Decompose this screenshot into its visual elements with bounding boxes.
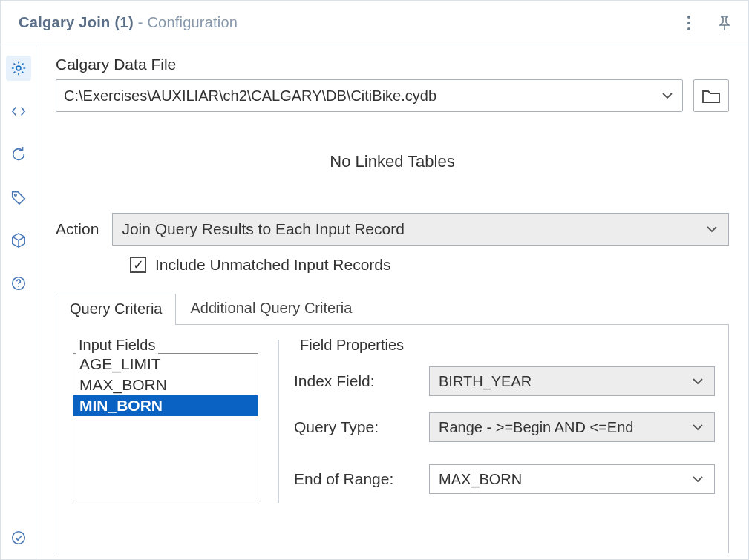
action-label: Action xyxy=(56,220,99,238)
svg-point-2 xyxy=(687,27,690,30)
panel-subtitle: - Configuration xyxy=(138,14,238,31)
end-of-range-value: MAX_BORN xyxy=(439,471,522,488)
input-fields-group: Input Fields AGE_LIMIT MAX_BORN MIN_BORN xyxy=(73,338,273,550)
file-path-value: C:\Exercises\AUXILIAR\ch2\CALGARY\DB\Cit… xyxy=(64,88,436,105)
end-of-range-label: End of Range: xyxy=(294,470,420,488)
index-field-select[interactable]: BIRTH_YEAR xyxy=(429,366,715,396)
svg-point-1 xyxy=(687,22,690,24)
pin-button[interactable] xyxy=(716,14,733,32)
chevron-down-icon xyxy=(706,225,718,233)
action-selected-value: Join Query Results to Each Input Record xyxy=(122,220,405,238)
chevron-down-icon xyxy=(692,378,704,385)
field-properties-group: Field Properties Index Field: BIRTH_YEAR… xyxy=(294,338,715,550)
list-item[interactable]: MAX_BORN xyxy=(73,375,258,395)
rail-refresh-icon[interactable] xyxy=(6,142,31,167)
content-area: Calgary Data File C:\Exercises\AUXILIAR\… xyxy=(36,45,748,559)
chevron-down-icon xyxy=(692,475,704,483)
index-field-label: Index Field: xyxy=(294,372,420,390)
action-select[interactable]: Join Query Results to Each Input Record xyxy=(112,213,729,246)
chevron-down-icon xyxy=(692,424,704,431)
rail-tag-icon[interactable] xyxy=(6,185,31,210)
index-field-value: BIRTH_YEAR xyxy=(439,373,532,390)
panel-title: Calgary Join (1) xyxy=(19,14,134,31)
input-fields-legend: Input Fields xyxy=(76,337,158,354)
rail-package-icon[interactable] xyxy=(6,228,31,253)
svg-point-0 xyxy=(687,16,690,19)
list-item[interactable]: MIN_BORN xyxy=(73,395,258,416)
svg-point-4 xyxy=(16,66,21,70)
end-of-range-select[interactable]: MAX_BORN xyxy=(429,464,715,494)
svg-point-7 xyxy=(18,286,19,287)
input-fields-listbox[interactable]: AGE_LIMIT MAX_BORN MIN_BORN xyxy=(73,353,258,501)
include-unmatched-label: Include Unmatched Input Records xyxy=(155,256,391,274)
file-path-input[interactable]: C:\Exercises\AUXILIAR\ch2\CALGARY\DB\Cit… xyxy=(56,79,683,112)
rail-xml-icon[interactable] xyxy=(6,99,31,124)
tab-additional-query-criteria[interactable]: Additional Query Criteria xyxy=(176,293,366,324)
group-divider xyxy=(278,340,279,503)
include-unmatched-checkbox[interactable]: ✓ xyxy=(130,257,146,273)
rail-check-icon[interactable] xyxy=(6,525,31,550)
list-item[interactable]: AGE_LIMIT xyxy=(73,354,258,375)
svg-point-5 xyxy=(14,194,16,197)
tab-query-criteria[interactable]: Query Criteria xyxy=(56,294,176,325)
browse-button[interactable] xyxy=(693,79,729,112)
chevron-down-icon xyxy=(661,92,673,99)
rail-config-icon[interactable] xyxy=(6,56,31,81)
rail-help-icon[interactable] xyxy=(6,271,31,296)
titlebar: Calgary Join (1) - Configuration xyxy=(1,1,748,45)
more-menu-button[interactable] xyxy=(680,14,698,32)
config-panel: Calgary Join (1) - Configuration xyxy=(0,0,749,560)
query-type-label: Query Type: xyxy=(294,418,420,436)
query-type-select[interactable]: Range - >=Begin AND <=End xyxy=(429,412,715,442)
field-properties-legend: Field Properties xyxy=(297,337,407,354)
file-label: Calgary Data File xyxy=(56,56,729,73)
tab-body: Input Fields AGE_LIMIT MAX_BORN MIN_BORN… xyxy=(56,324,729,553)
query-type-value: Range - >=Begin AND <=End xyxy=(439,419,633,436)
svg-point-8 xyxy=(12,532,24,544)
no-linked-tables-msg: No Linked Tables xyxy=(56,152,729,171)
side-rail xyxy=(1,45,36,559)
tabs: Query Criteria Additional Query Criteria xyxy=(56,291,729,324)
